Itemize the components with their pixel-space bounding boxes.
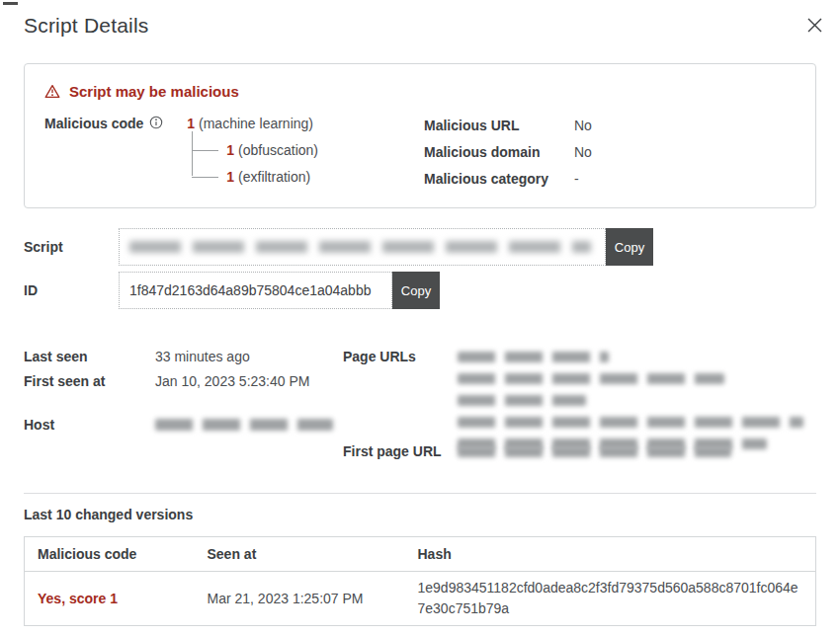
redacted-host [155, 419, 333, 431]
redacted-page-url [458, 373, 724, 384]
score-label: (obfuscation) [238, 142, 318, 158]
copy-id-button[interactable]: Copy [392, 272, 440, 309]
malicious-url-row: Malicious URL No [424, 117, 796, 134]
hash-cell: 1e9d983451182cfd0adea8c2f3fd79375d560a58… [405, 572, 816, 626]
column-header-seen-at: Seen at [195, 537, 405, 572]
malicious-code-label: Malicious code [44, 115, 163, 197]
dialog-header: Script Details [24, 14, 816, 38]
script-id-field: 1f847d2163d64a89b75804ce1a04abbb [119, 272, 392, 309]
id-row: ID 1f847d2163d64a89b75804ce1a04abbb Copy [24, 272, 816, 309]
info-icon [149, 116, 163, 129]
page-title: Script Details [24, 14, 816, 38]
host-row: Host [24, 415, 343, 435]
last-seen-value: 33 minutes ago [155, 349, 250, 364]
table-header-row: Malicious code Seen at Hash [25, 537, 816, 572]
field-value: No [574, 117, 592, 134]
script-label: Script [24, 239, 119, 255]
first-seen-value: Jan 10, 2023 5:23:40 PM [155, 373, 309, 389]
tree-child: 1 (obfuscation) [226, 141, 318, 159]
versions-heading: Last 10 changed versions [24, 507, 816, 522]
field-label: Malicious category [424, 170, 574, 188]
malicious-code-tree: 1 (machine learning) 1 (obfuscation) 1 (… [187, 115, 318, 197]
copy-fields-section: Script Copy ID 1f847d2163d64a89b75804ce1… [24, 228, 816, 309]
first-seen-row: First seen at Jan 10, 2023 5:23:40 PM [24, 371, 343, 391]
warning-heading: Script may be malicious [44, 83, 796, 100]
field-label: Malicious domain [424, 143, 574, 161]
warning-heading-text: Script may be malicious [69, 83, 239, 100]
info-tooltip-button[interactable] [149, 116, 163, 129]
script-details-dialog: Script Details Script may be malicious M… [0, 0, 840, 636]
tree-root: 1 (machine learning) [187, 115, 318, 132]
host-label: Host [24, 417, 155, 433]
last-seen-label: Last seen [24, 349, 155, 364]
script-id-value: 1f847d2163d64a89b75804ce1a04abbb [129, 282, 371, 298]
score-value: 1 [187, 116, 195, 131]
seen-at-cell: Mar 21, 2023 1:25:07 PM [195, 572, 405, 626]
screen-artifact [3, 2, 18, 5]
first-seen-label: First seen at [24, 373, 155, 389]
malicious-category-row: Malicious category - [424, 170, 796, 188]
redacted-page-url [458, 417, 803, 428]
redacted-script-url [129, 241, 591, 253]
warning-triangle-icon [44, 84, 60, 99]
close-button[interactable] [801, 12, 827, 38]
field-label: Malicious URL [424, 117, 574, 134]
column-header-malicious-code: Malicious code [25, 537, 195, 572]
score-label: (exfiltration) [238, 169, 310, 185]
script-row: Script Copy [24, 228, 816, 266]
field-value: - [574, 170, 579, 188]
score-value: 1 [226, 169, 234, 185]
versions-table: Malicious code Seen at Hash Yes, score 1… [24, 536, 816, 626]
close-icon [806, 17, 823, 34]
malicious-domain-row: Malicious domain No [424, 143, 796, 161]
last-seen-row: Last seen 33 minutes ago [24, 347, 343, 366]
first-page-url-label: First page URL [343, 441, 458, 463]
id-label: ID [24, 282, 119, 298]
script-url-field [119, 228, 606, 266]
score-label: (machine learning) [199, 116, 313, 131]
redacted-page-url [458, 395, 586, 406]
copy-script-button[interactable]: Copy [606, 228, 653, 266]
score-value: 1 [226, 142, 234, 158]
redacted-first-page-url [458, 446, 731, 457]
column-header-hash: Hash [405, 537, 816, 572]
field-value: No [574, 143, 592, 161]
malicious-warning-panel: Script may be malicious Malicious code [24, 63, 816, 208]
section-divider [24, 493, 816, 494]
tree-child: 1 (exfiltration) [226, 168, 318, 186]
table-row: Yes, score 1 Mar 21, 2023 1:25:07 PM 1e9… [25, 572, 816, 626]
redacted-page-url [458, 352, 609, 362]
malicious-indicators: Malicious URL No Malicious domain No Mal… [424, 115, 796, 197]
malicious-code-cell: Yes, score 1 [25, 572, 195, 626]
